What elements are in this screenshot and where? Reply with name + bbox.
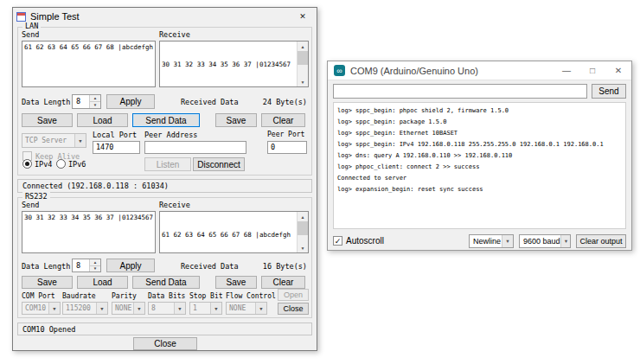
window-title: Simple Test	[30, 11, 80, 22]
rs232-send-data-button[interactable]: Send Data	[132, 276, 200, 289]
scrollbar-thumb[interactable]	[298, 51, 308, 65]
ipv6-radio[interactable]: IPv6	[56, 159, 86, 169]
flow-control-label: Flow Control	[226, 292, 276, 300]
scrollbar-track[interactable]	[298, 235, 308, 243]
disconnect-button[interactable]: Disconnect	[193, 157, 245, 171]
stepper-up-icon[interactable]: ▲	[90, 95, 100, 102]
serial-send-row: Send	[333, 84, 626, 99]
simple-test-window: Simple Test ✕ LAN Send Receive 61 62 63 …	[12, 7, 317, 351]
parity-value: NONE	[115, 304, 131, 312]
close-window-icon[interactable]: ✕	[289, 8, 317, 25]
stepper-arrows[interactable]: ▲ ▼	[89, 95, 100, 108]
stepper-down-icon[interactable]: ▼	[90, 266, 100, 272]
ipv6-label: IPv6	[68, 160, 86, 169]
lan-apply-button[interactable]: Apply	[106, 94, 155, 109]
rs232-received-data-label: Received Data	[181, 262, 239, 271]
serial-monitor-title: COM9 (Arduino/Genuino Uno)	[350, 66, 478, 76]
rs232-receive-scrollbar[interactable]: ▲ ▼	[297, 212, 308, 252]
scrollbar-thumb[interactable]	[298, 221, 308, 235]
serial-monitor-titlebar[interactable]: ∞ COM9 (Arduino/Genuino Uno) — □ ✕	[328, 61, 631, 80]
lan-received-count: 24 Byte(s)	[263, 98, 307, 106]
minimize-icon[interactable]: —	[554, 61, 579, 80]
rs232-send-text: 30 31 32 33 34 35 36 37 |01234567	[24, 214, 153, 222]
lan-send-data-button[interactable]: Send Data	[132, 113, 200, 127]
serial-input[interactable]	[333, 84, 587, 99]
stepper-down-icon[interactable]: ▼	[90, 102, 100, 108]
lan-send-text: 61 62 63 64 65 66 67 68 |abcdefgh	[24, 43, 153, 52]
dialog-close-button[interactable]: Close	[133, 337, 197, 350]
lan-receive-label: Receive	[159, 30, 190, 39]
scrollbar-track[interactable]	[298, 65, 308, 77]
rs232-data-length-label: Data Length	[22, 262, 70, 271]
serial-send-button[interactable]: Send	[592, 84, 626, 99]
rs232-data-length-stepper[interactable]: 8 ▲ ▼	[72, 259, 101, 272]
flow-control-value: NONE	[229, 304, 246, 312]
local-port-field[interactable]: 1470	[93, 141, 140, 154]
scroll-up-icon[interactable]: ▲	[298, 212, 308, 221]
stop-bit-value: 1	[193, 304, 197, 312]
com-port-value: COM10	[25, 304, 46, 312]
baudrate-value: 115200	[66, 304, 91, 312]
flow-control-select: NONE ▼	[226, 302, 267, 315]
receive-line: 30 31 32 33 34 35 36 37 |01234567	[162, 61, 295, 69]
lan-save-send-button[interactable]: Save	[22, 113, 73, 127]
chevron-down-icon: ▼	[74, 134, 86, 147]
receive-line: 61 62 63 64 65 66 67 68 |abcdefgh	[162, 231, 295, 239]
checkbox-box[interactable]: ✓	[333, 236, 342, 246]
rs232-receive-textarea[interactable]: 61 62 63 64 65 66 67 68 |abcdefgh 61 62 …	[159, 211, 309, 253]
scroll-down-icon[interactable]: ▼	[298, 77, 308, 86]
chevron-down-icon: ▼	[48, 303, 60, 314]
baud-rate-select[interactable]: 9600 baud ▼	[519, 234, 571, 248]
peer-address-field[interactable]	[144, 141, 246, 154]
data-bits-value: 8	[151, 304, 156, 312]
lan-load-button[interactable]: Load	[77, 113, 128, 127]
com-open-button: Open	[278, 289, 309, 301]
lan-received-data-label: Received Data	[181, 98, 239, 106]
lan-mode-value: TCP Server	[25, 137, 67, 144]
peer-port-label: Peer Port	[267, 131, 304, 138]
lan-receive-scrollbar[interactable]: ▲ ▼	[297, 42, 308, 86]
listen-button: Listen	[144, 157, 191, 171]
rs232-status-text: COM10 Opened	[22, 325, 75, 334]
lan-receive-textarea[interactable]: 30 31 32 33 34 35 36 37 |01234567 30 31 …	[159, 41, 309, 87]
peer-port-field[interactable]: 0	[267, 141, 307, 154]
serial-monitor-window: ∞ COM9 (Arduino/Genuino Uno) — □ ✕ Send …	[327, 61, 632, 251]
stepper-up-icon[interactable]: ▲	[90, 259, 100, 266]
close-icon[interactable]: ✕	[605, 61, 631, 80]
line-ending-select[interactable]: Newline ▼	[469, 234, 514, 248]
com-close-button[interactable]: Close	[278, 303, 309, 315]
data-bits-select: 8 ▼	[148, 302, 186, 315]
lan-group-label: LAN	[22, 22, 41, 30]
baud-rate-value: 9600 baud	[523, 237, 560, 246]
lan-data-length-stepper[interactable]: 8 ▲ ▼	[72, 94, 101, 109]
local-port-label: Local Port	[93, 131, 137, 139]
serial-monitor-footer: ✓ Autoscroll Newline ▼ 9600 baud ▼ Clear…	[333, 233, 626, 248]
stop-bit-select: 1 ▼	[189, 302, 222, 315]
rs232-load-button[interactable]: Load	[77, 276, 128, 289]
rs232-send-label: Send	[22, 201, 39, 209]
maximize-icon[interactable]: □	[579, 61, 605, 80]
log-line: log> sppc_begin: Ethernet 10BASET	[337, 128, 622, 139]
autoscroll-checkbox[interactable]: ✓ Autoscroll	[333, 236, 384, 246]
lan-send-textarea[interactable]: 61 62 63 64 65 66 67 68 |abcdefgh	[22, 41, 156, 87]
rs232-send-textarea[interactable]: 30 31 32 33 34 35 36 37 |01234567	[22, 211, 156, 253]
serial-log-area[interactable]: log> sppc_begin: phpoc shield 2, firmwar…	[333, 102, 626, 229]
log-line: Connected to server	[337, 173, 622, 184]
clear-output-button[interactable]: Clear output	[576, 234, 626, 248]
lan-group: LAN Send Receive 61 62 63 64 65 66 67 68…	[17, 27, 312, 176]
lan-mode-select: TCP Server ▼	[22, 133, 86, 148]
rs232-clear-button[interactable]: Clear	[261, 276, 305, 289]
ipv4-radio[interactable]: IPv4	[22, 159, 52, 169]
scroll-up-icon[interactable]: ▲	[298, 42, 308, 51]
com-port-label: COM Port	[22, 292, 55, 300]
simple-test-titlebar[interactable]: Simple Test ✕	[13, 8, 317, 25]
rs232-apply-button[interactable]: Apply	[106, 259, 155, 272]
log-line: log> sppc_begin: phpoc shield 2, firmwar…	[337, 105, 622, 117]
lan-save-receive-button[interactable]: Save	[215, 113, 257, 127]
stepper-arrows[interactable]: ▲ ▼	[89, 259, 100, 271]
lan-clear-button[interactable]: Clear	[261, 113, 305, 127]
log-line: log> phpoc_client: connect 2 >> success	[337, 162, 622, 173]
rs232-save-send-button[interactable]: Save	[22, 276, 73, 289]
scroll-down-icon[interactable]: ▼	[298, 243, 308, 252]
rs232-save-receive-button[interactable]: Save	[215, 276, 257, 289]
